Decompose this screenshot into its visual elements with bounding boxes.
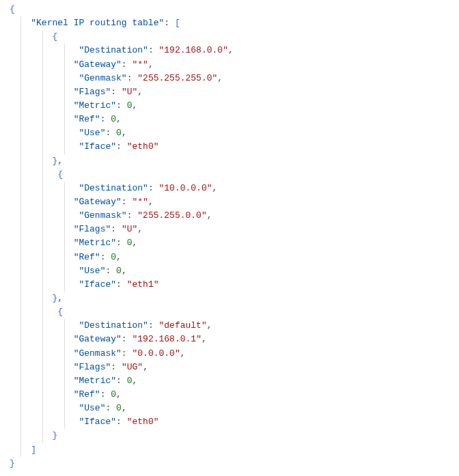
json-value: * [137,59,143,70]
json-key: Kernel IP routing table [36,18,158,28]
json-code-block: { "Kernel IP routing table": [ { "Destin… [0,3,459,471]
code-line: "Metric": 0, [0,236,459,250]
json-key: Gateway [79,334,116,344]
json-key: Genmask [79,348,116,359]
json-key: Gateway [79,197,116,207]
json-key: Ref [79,114,94,124]
json-value: 0 [127,238,133,248]
json-key: Iface [84,141,111,152]
code-line: "Genmask": "255.255.0.0", [0,209,459,223]
json-key: Iface [84,417,111,427]
json-key: Ref [79,252,94,262]
code-line: ] [0,443,459,457]
json-value: 0 [116,266,122,276]
json-value: eth0 [133,141,154,152]
code-line: "Flags": "U", [0,223,459,236]
json-key: Use [84,266,100,276]
json-value: 0 [116,403,122,413]
json-key: Flags [79,224,105,234]
json-value: default [164,320,201,331]
code-line: { [0,305,459,319]
json-value: U [127,87,133,97]
code-line: "Kernel IP routing table": [ [0,16,459,30]
code-line: "Iface": "eth0" [0,140,459,154]
json-value: eth1 [133,279,154,290]
code-line: "Gateway": "*", [0,195,459,209]
json-value: 255.255.0.0 [143,210,201,221]
code-line: } [0,429,459,443]
code-line: }, [0,292,459,305]
json-key: Metric [79,100,111,111]
json-key: Ref [79,389,94,400]
code-line: "Destination": "10.0.0.0", [0,182,459,195]
json-value: 192.168.0.1 [137,334,196,344]
json-value: 0 [116,128,122,138]
json-key: Destination [84,320,143,331]
json-value: 0 [111,389,116,400]
json-value: 0.0.0.0 [137,348,175,359]
code-line: "Genmask": "0.0.0.0", [0,347,459,361]
json-value: eth0 [133,417,154,427]
json-value: 255.255.255.0 [143,73,212,83]
code-line: "Flags": "UG", [0,361,459,374]
code-line: "Use": 0, [0,126,459,140]
json-value: 0 [111,114,116,124]
code-line: "Destination": "default", [0,319,459,333]
code-line: "Iface": "eth1" [0,278,459,292]
code-line: { [0,3,459,16]
json-key: Destination [84,45,143,55]
code-line: "Ref": 0, [0,113,459,126]
code-line: "Genmask": "255.255.255.0", [0,72,459,85]
code-line: "Iface": "eth0" [0,415,459,429]
json-key: Genmask [84,73,122,83]
code-line: "Destination": "192.168.0.0", [0,44,459,57]
json-key: Gateway [79,59,116,70]
code-line: "Gateway": "*", [0,58,459,72]
code-line: { [0,168,459,182]
code-line: "Use": 0, [0,264,459,278]
code-line: "Ref": 0, [0,388,459,402]
code-line: }, [0,154,459,168]
json-key: Flags [79,362,105,372]
code-line: "Use": 0, [0,402,459,415]
json-value: UG [127,362,138,372]
json-key: Use [84,403,100,413]
json-key: Flags [79,87,105,97]
json-key: Genmask [84,210,122,221]
json-value: 10.0.0.0 [164,183,206,193]
code-line: "Ref": 0, [0,251,459,264]
json-value: 0 [111,252,116,262]
json-key: Metric [79,376,111,386]
code-line: } [0,457,459,471]
json-value: * [137,197,143,207]
code-line: { [0,30,459,44]
json-value: U [127,224,133,234]
json-key: Use [84,128,100,138]
code-line: "Metric": 0, [0,99,459,113]
json-key: Destination [84,183,143,193]
json-value: 192.168.0.0 [164,45,223,55]
json-value: 0 [127,376,133,386]
json-key: Iface [84,279,111,290]
code-line: "Flags": "U", [0,85,459,99]
code-line: "Metric": 0, [0,374,459,388]
code-line: "Gateway": "192.168.0.1", [0,333,459,346]
json-key: Metric [79,238,111,248]
json-value: 0 [127,100,133,111]
